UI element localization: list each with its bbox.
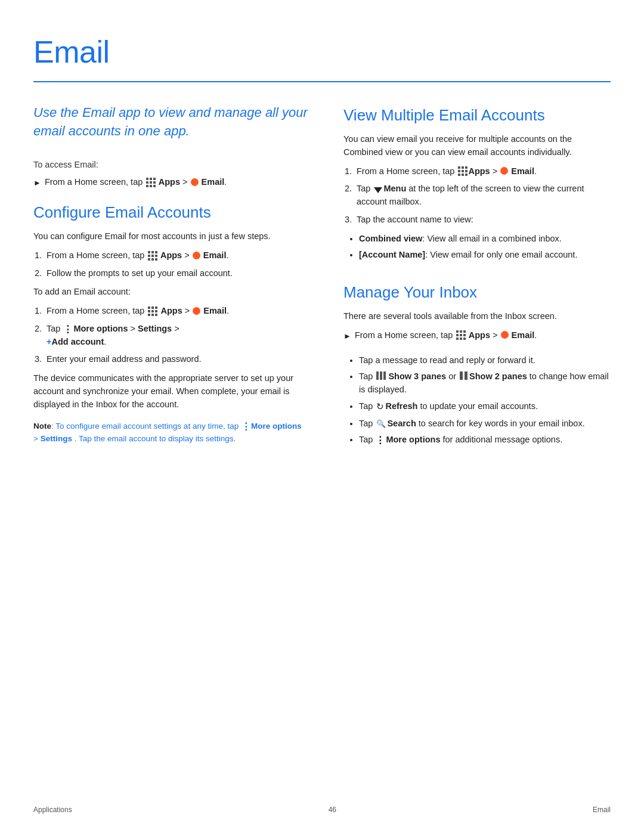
page-title: Email [33,29,611,75]
svg-rect-19 [151,306,154,309]
svg-rect-33 [458,174,460,176]
list-item: Tap the account name to view: [354,213,611,227]
svg-rect-32 [465,170,467,172]
svg-rect-25 [151,314,154,316]
main-content: Use the Email app to view and manage all… [33,104,611,459]
manage-access-text: From a Home screen, tap [355,329,537,342]
apps-grid-icon [457,166,467,176]
svg-rect-42 [456,337,459,340]
svg-rect-39 [456,334,459,336]
svg-rect-48 [460,371,463,380]
svg-rect-0 [146,178,148,180]
view-multiple-body: You can view email you receive for multi… [343,133,611,159]
svg-rect-23 [155,310,157,312]
svg-rect-17 [155,258,157,261]
svg-rect-30 [458,170,460,172]
view-multiple-section: View Multiple Email Accounts You can vie… [343,104,611,262]
email-dot-icon [191,178,199,186]
svg-rect-26 [155,314,157,316]
list-item: Tap 🔍Search to search for key words in y… [359,417,611,431]
configure-heading: Configure Email Accounts [33,201,308,224]
list-item: Tap a message to read and reply or forwa… [359,354,611,367]
list-item: Tap Menu at the top left of the screen t… [354,182,611,209]
svg-rect-14 [155,255,157,257]
to-add-label: To add an Email account: [33,286,308,299]
add-steps: From a Home screen, tap [44,305,308,366]
svg-rect-47 [383,371,386,380]
email-dot-icon [500,167,508,175]
apps-grid-icon [456,330,466,340]
configure-steps: From a Home screen, tap [44,249,308,280]
svg-rect-15 [148,258,150,261]
view-multiple-steps: From a Home screen, tap [354,165,611,227]
list-item: Combined view: View all email in a combi… [359,233,611,246]
svg-rect-28 [462,166,464,169]
svg-rect-12 [148,255,150,257]
svg-rect-41 [463,334,466,336]
svg-rect-49 [465,371,467,380]
svg-rect-22 [151,310,154,312]
access-bullet: ► From a Home screen, tap [33,176,308,189]
email-dot-icon [501,331,509,339]
svg-rect-35 [465,174,467,176]
list-item: Enter your email address and password. [44,353,308,366]
svg-rect-9 [148,251,150,253]
svg-rect-24 [148,314,150,316]
svg-rect-21 [148,310,150,312]
svg-rect-20 [155,306,157,309]
footer: Applications 46 Email [33,804,611,815]
manage-bullets: Tap a message to read and reply or forwa… [359,354,611,447]
apps-label: Apps [156,177,180,187]
email-dot-icon [193,252,200,259]
list-item: [Account Name]: View email for only one … [359,249,611,262]
arrow-icon: ► [343,330,351,342]
note-block: Note: To configure email account setting… [33,420,308,445]
svg-rect-10 [151,251,154,253]
note-label: Note [33,422,51,431]
svg-rect-5 [153,181,156,184]
svg-rect-44 [463,337,466,340]
email-dot-icon [193,307,200,315]
device-text: The device communicates with the appropr… [33,372,308,411]
list-item: From a Home screen, tap [44,249,308,262]
show-3-panes-icon [376,371,387,384]
list-item: From a Home screen, tap [354,165,611,178]
svg-rect-1 [150,178,152,180]
svg-rect-18 [148,306,150,309]
manage-inbox-section: Manage Your Inbox There are several tool… [343,281,611,447]
svg-rect-2 [153,178,156,180]
manage-inbox-body: There are several tools available from t… [343,310,611,323]
access-bullet-text: From a Home screen, tap [45,176,227,189]
to-access-label: To access Email: [33,159,308,172]
intro-italic: Use the Email app to view and manage all… [33,104,308,141]
svg-rect-27 [458,166,460,169]
configure-section: Configure Email Accounts You can configu… [33,201,308,445]
svg-rect-13 [151,255,154,257]
list-item: Follow the prompts to set up your email … [44,267,308,280]
email-label: Email [199,177,225,187]
list-item: Tap Show 3 panes or [359,370,611,397]
svg-rect-29 [465,166,467,169]
svg-rect-16 [151,258,154,261]
svg-rect-7 [150,185,152,187]
svg-rect-40 [460,334,462,336]
refresh-icon: ↻ [376,400,384,414]
manage-access-bullet: ► From a Home screen, tap [343,329,611,342]
search-icon: 🔍 [376,418,386,430]
list-item: Tap ↻Refresh to update your email accoun… [359,400,611,414]
right-column: View Multiple Email Accounts You can vie… [343,104,611,459]
list-item: Tap ⋮More options > Settings > +Add acco… [44,323,308,349]
svg-rect-36 [456,330,459,333]
svg-rect-34 [462,174,464,176]
list-item: Tap ⋮More options for additional message… [359,433,611,447]
configure-body: You can configure Email for most account… [33,230,308,243]
svg-rect-31 [462,170,464,172]
list-item: From a Home screen, tap [44,305,308,318]
view-multiple-heading: View Multiple Email Accounts [343,104,611,127]
show-2-panes-icon [460,371,468,384]
add-account-text: Add account [51,337,104,346]
svg-rect-38 [463,330,466,333]
svg-rect-6 [146,185,148,187]
arrow-icon: ► [33,177,41,189]
footer-center: 46 [329,804,336,815]
